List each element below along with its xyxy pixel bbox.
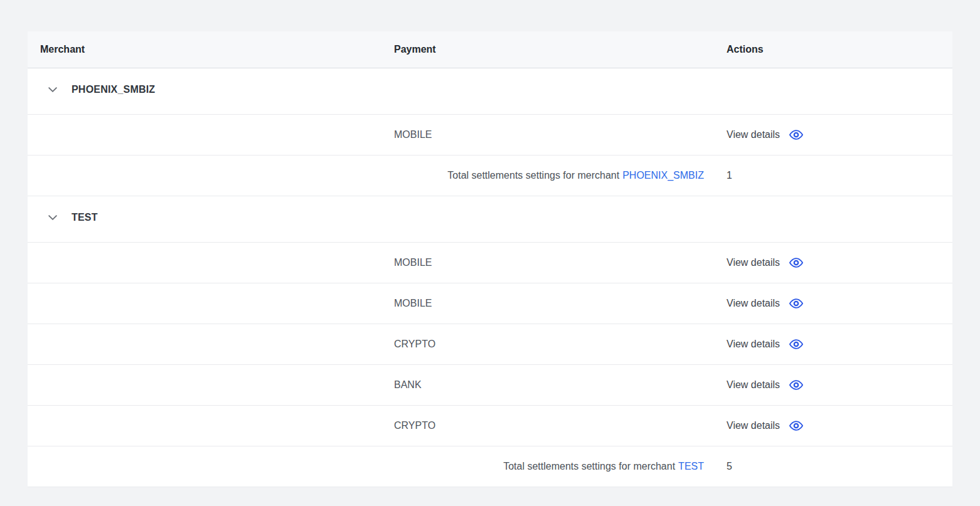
view-details-button[interactable]: View details [727, 256, 804, 270]
eye-icon[interactable] [788, 337, 804, 351]
total-count: 5 [714, 446, 952, 487]
chevron-down-icon[interactable] [46, 83, 59, 96]
view-details-label: View details [727, 129, 780, 140]
column-header-merchant: Merchant [28, 31, 381, 68]
group-total-row: Total settlements settings for merchantP… [28, 155, 952, 196]
total-count: 1 [714, 155, 952, 196]
column-header-payment: Payment [381, 31, 714, 68]
payment-type: BANK [381, 364, 714, 405]
settlements-table-card: Merchant Payment Actions PHOENIX_SMBIZ [28, 31, 952, 487]
merchant-group-row[interactable]: PHOENIX_SMBIZ [28, 68, 952, 114]
merchant-group-header: TEST [46, 211, 98, 224]
view-details-label: View details [727, 339, 780, 350]
payment-type: CRYPTO [381, 405, 714, 446]
empty-merchant-cell [28, 242, 381, 283]
eye-icon[interactable] [788, 128, 804, 142]
payment-type: MOBILE [381, 242, 714, 283]
view-details-label: View details [727, 420, 780, 431]
empty-merchant-cell [28, 364, 381, 405]
view-details-button[interactable]: View details [727, 378, 804, 392]
settlement-row: BANK View details [28, 364, 952, 405]
settlement-row: MOBILE View details [28, 242, 952, 283]
settlement-row: MOBILE View details [28, 114, 952, 155]
view-details-label: View details [727, 298, 780, 309]
view-details-button[interactable]: View details [727, 419, 804, 433]
group-total-row: Total settlements settings for merchantT… [28, 446, 952, 487]
view-details-label: View details [727, 379, 780, 391]
merchant-name: PHOENIX_SMBIZ [72, 84, 155, 95]
empty-merchant-cell [28, 283, 381, 324]
eye-icon[interactable] [788, 378, 804, 392]
empty-merchant-cell [28, 114, 381, 155]
eye-icon[interactable] [788, 297, 804, 310]
settlements-table: Merchant Payment Actions PHOENIX_SMBIZ [28, 31, 952, 487]
view-details-button[interactable]: View details [727, 337, 804, 351]
empty-merchant-cell [28, 405, 381, 446]
merchant-link[interactable]: PHOENIX_SMBIZ [622, 170, 704, 181]
view-details-label: View details [727, 257, 780, 268]
empty-merchant-cell [28, 324, 381, 364]
view-details-button[interactable]: View details [727, 297, 804, 310]
merchant-name: TEST [72, 212, 98, 223]
settlement-row: MOBILE View details [28, 283, 952, 324]
payment-type: CRYPTO [381, 324, 714, 364]
view-details-button[interactable]: View details [727, 128, 804, 142]
merchant-link[interactable]: TEST [678, 461, 704, 472]
total-settlements-label: Total settlements settings for merchant [503, 461, 675, 472]
payment-type: MOBILE [381, 283, 714, 324]
eye-icon[interactable] [788, 256, 804, 270]
table-header-row: Merchant Payment Actions [28, 31, 952, 68]
total-settlements-label: Total settlements settings for merchant [447, 170, 619, 181]
merchant-group-header: PHOENIX_SMBIZ [46, 83, 155, 96]
payment-type: MOBILE [381, 114, 714, 155]
chevron-down-icon[interactable] [46, 211, 59, 224]
eye-icon[interactable] [788, 419, 804, 433]
column-header-actions: Actions [714, 31, 952, 68]
merchant-group-row[interactable]: TEST [28, 196, 952, 242]
settlement-row: CRYPTO View details [28, 324, 952, 364]
settlement-row: CRYPTO View details [28, 405, 952, 446]
